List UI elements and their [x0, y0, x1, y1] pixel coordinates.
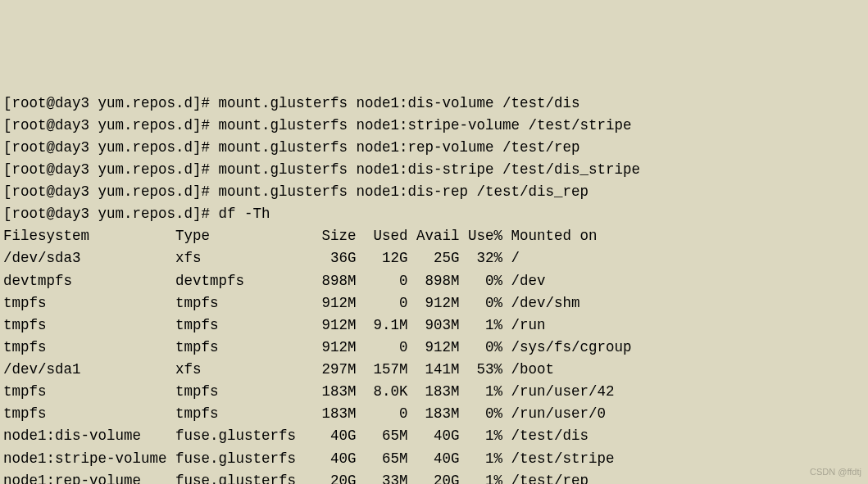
- command-line-5: [root@day3 yum.repos.d]# df -Th: [3, 203, 865, 225]
- df-row-10: node1:rep-volume fuse.glusterfs 20G 33M …: [3, 470, 865, 484]
- df-row-4: tmpfs tmpfs 912M 0 912M 0% /sys/fs/cgrou…: [3, 337, 865, 359]
- terminal-output[interactable]: [root@day3 yum.repos.d]# mount.glusterfs…: [3, 93, 865, 485]
- df-row-1: devtmpfs devtmpfs 898M 0 898M 0% /dev: [3, 270, 865, 292]
- df-row-8: node1:dis-volume fuse.glusterfs 40G 65M …: [3, 425, 865, 447]
- command-line-1: [root@day3 yum.repos.d]# mount.glusterfs…: [3, 115, 865, 137]
- command-line-2: [root@day3 yum.repos.d]# mount.glusterfs…: [3, 137, 865, 159]
- df-row-9: node1:stripe-volume fuse.glusterfs 40G 6…: [3, 448, 865, 470]
- df-row-5: /dev/sda1 xfs 297M 157M 141M 53% /boot: [3, 359, 865, 381]
- df-row-3: tmpfs tmpfs 912M 9.1M 903M 1% /run: [3, 314, 865, 337]
- watermark-text: CSDN @ffdtj: [810, 465, 861, 479]
- df-header-row: Filesystem Type Size Used Avail Use% Mou…: [3, 225, 865, 247]
- df-row-2: tmpfs tmpfs 912M 0 912M 0% /dev/shm: [3, 292, 865, 314]
- command-line-0: [root@day3 yum.repos.d]# mount.glusterfs…: [3, 93, 865, 115]
- df-row-0: /dev/sda3 xfs 36G 12G 25G 32% /: [3, 247, 865, 269]
- df-row-6: tmpfs tmpfs 183M 8.0K 183M 1% /run/user/…: [3, 381, 865, 403]
- command-line-4: [root@day3 yum.repos.d]# mount.glusterfs…: [3, 181, 865, 203]
- df-row-7: tmpfs tmpfs 183M 0 183M 0% /run/user/0: [3, 403, 865, 425]
- command-line-3: [root@day3 yum.repos.d]# mount.glusterfs…: [3, 159, 865, 181]
